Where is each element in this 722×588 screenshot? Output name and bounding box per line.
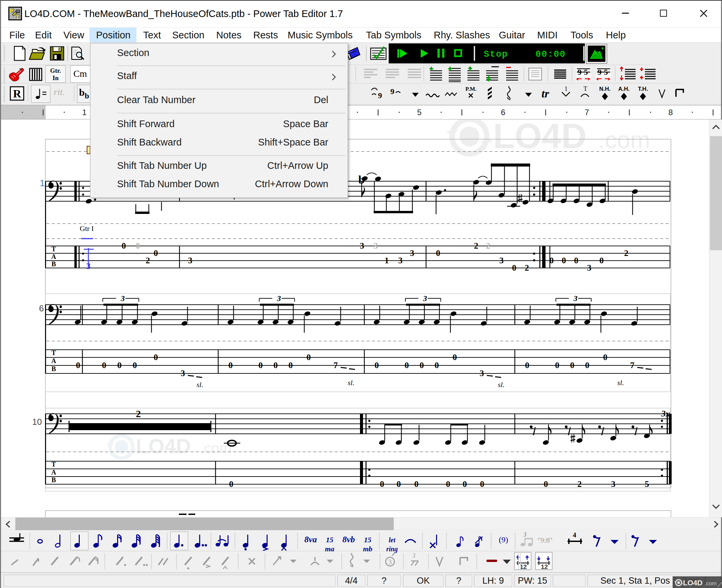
svg-text:10: 10 [33, 417, 42, 427]
svg-text:0: 0 [463, 479, 467, 489]
svg-text:2: 2 [624, 248, 629, 258]
svg-text:0: 0 [397, 479, 401, 489]
svg-text:3: 3 [412, 552, 416, 559]
svg-text:1: 1 [82, 108, 86, 117]
svg-text:3: 3 [360, 241, 364, 251]
svg-text:B: B [51, 365, 56, 373]
svg-text:3: 3 [523, 531, 527, 538]
svg-text:3: 3 [398, 256, 403, 265]
svg-text:3: 3 [587, 263, 592, 273]
svg-text:0: 0 [76, 360, 80, 370]
svg-text:6: 6 [501, 108, 505, 117]
svg-text:3: 3 [611, 479, 616, 489]
svg-text:B: B [51, 476, 56, 484]
svg-text:00:00: 00:00 [535, 49, 566, 59]
svg-text:2: 2 [525, 263, 529, 273]
svg-text:T: T [583, 85, 587, 92]
svg-text:0: 0 [574, 256, 578, 265]
svg-text:2: 2 [146, 256, 150, 265]
svg-text:.com: .com [200, 440, 232, 456]
svg-text:3: 3 [277, 294, 281, 303]
svg-text:P.M.: P.M. [465, 86, 476, 92]
svg-text:0: 0 [480, 479, 485, 489]
svg-text:A: A [51, 253, 57, 260]
svg-text:7: 7 [585, 108, 589, 117]
svg-text:2: 2 [136, 408, 141, 419]
svg-text:0: 0 [555, 360, 559, 370]
svg-text:0: 0 [562, 256, 566, 265]
svg-text:0: 0 [436, 248, 440, 258]
svg-text:9: 9 [390, 87, 395, 96]
svg-text:7: 7 [630, 360, 635, 370]
svg-text:.com: .com [704, 580, 717, 587]
svg-text:0: 0 [274, 360, 278, 370]
svg-text:0: 0 [133, 360, 137, 370]
svg-text:2: 2 [486, 241, 490, 251]
svg-text:7: 7 [334, 360, 338, 370]
svg-text:2: 2 [474, 241, 479, 251]
svg-text:3: 3 [86, 261, 91, 271]
svg-text:A.H.: A.H. [618, 86, 630, 92]
svg-text:0: 0 [415, 479, 419, 489]
svg-text:5: 5 [645, 479, 649, 489]
svg-text:3x: 3x [661, 409, 670, 418]
svg-text:0: 0 [603, 352, 608, 362]
svg-text:3: 3 [181, 369, 185, 378]
svg-text:0: 0 [525, 360, 530, 370]
svg-text:.com: .com [598, 126, 650, 153]
svg-text:sl.: sl. [196, 380, 203, 389]
svg-text:0: 0 [136, 241, 140, 251]
svg-text:3: 3 [374, 241, 378, 251]
svg-text:0: 0 [259, 360, 263, 370]
svg-text:R: R [13, 87, 21, 100]
svg-text:12: 12 [520, 563, 527, 570]
svg-text:5: 5 [417, 108, 421, 117]
svg-text:T: T [51, 461, 56, 468]
svg-text:LO4D: LO4D [493, 120, 587, 155]
svg-text:LO4D: LO4D [683, 579, 703, 587]
svg-text:0: 0 [453, 352, 457, 362]
svg-text:A: A [51, 357, 57, 364]
svg-text:P: P [10, 8, 13, 14]
svg-text:0: 0 [380, 479, 384, 489]
svg-text:0: 0 [544, 479, 548, 489]
svg-text:0: 0 [435, 360, 439, 370]
svg-text:3: 3 [388, 558, 392, 566]
svg-text:3: 3 [410, 248, 415, 258]
svg-text:0: 0 [375, 360, 379, 370]
svg-text:sl.: sl. [348, 378, 354, 387]
svg-text:0: 0 [102, 360, 106, 370]
svg-text:3: 3 [423, 294, 427, 303]
svg-text:3: 3 [121, 294, 125, 303]
svg-text:1: 1 [565, 85, 568, 92]
svg-text:4: 4 [573, 531, 576, 539]
svg-text:0: 0 [154, 352, 158, 362]
svg-text:1: 1 [40, 178, 45, 188]
svg-text:0: 0 [550, 256, 554, 265]
svg-text:0: 0 [405, 360, 409, 370]
svg-text:3: 3 [500, 256, 504, 265]
svg-text:1: 1 [385, 256, 389, 265]
svg-text:0: 0 [229, 479, 234, 489]
svg-text:LO4D: LO4D [136, 435, 191, 458]
svg-text:tr: tr [542, 87, 549, 100]
svg-text:0: 0 [599, 256, 604, 265]
svg-text:3: 3 [480, 369, 484, 378]
svg-text:9: 9 [378, 91, 382, 100]
svg-text:6: 6 [39, 303, 44, 313]
svg-text:T.H.: T.H. [638, 86, 648, 92]
svg-text:2: 2 [577, 479, 582, 489]
svg-text:B: B [51, 260, 56, 268]
svg-text:sl.: sl. [617, 378, 624, 387]
svg-text:0: 0 [420, 360, 424, 370]
svg-text:A: A [51, 468, 57, 476]
svg-text:0: 0 [289, 360, 293, 370]
svg-text:T: T [51, 245, 56, 253]
svg-text:Gtr I: Gtr I [80, 224, 94, 233]
svg-text:3: 3 [573, 294, 577, 303]
svg-text:sl.: sl. [498, 380, 505, 389]
svg-text:3: 3 [188, 256, 192, 265]
svg-text:0: 0 [512, 263, 516, 273]
svg-text:T: T [51, 349, 56, 356]
svg-text:0: 0 [122, 241, 126, 251]
